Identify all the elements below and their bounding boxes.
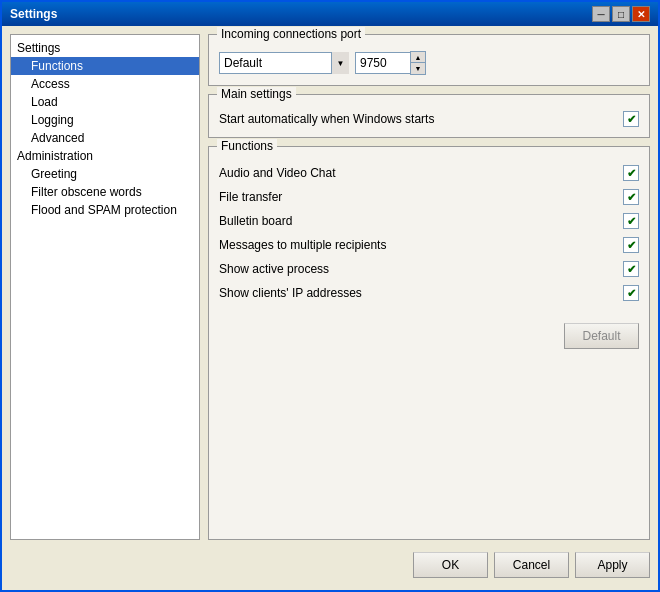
- messages-multiple-label: Messages to multiple recipients: [219, 238, 386, 252]
- window-title: Settings: [10, 7, 57, 21]
- tree-item-filter-obscene[interactable]: Filter obscene words: [11, 183, 199, 201]
- tree-item-flood-spam[interactable]: Flood and SPAM protection: [11, 201, 199, 219]
- tree-item-logging[interactable]: Logging: [11, 111, 199, 129]
- tree-item-load[interactable]: Load: [11, 93, 199, 111]
- port-number-input[interactable]: [355, 52, 410, 74]
- audio-video-label: Audio and Video Chat: [219, 166, 336, 180]
- close-button[interactable]: ✕: [632, 6, 650, 22]
- title-bar-controls: ─ □ ✕: [592, 6, 650, 22]
- default-area: Default: [219, 323, 639, 349]
- window-content: Settings Functions Access Load Logging A…: [2, 26, 658, 590]
- functions-group: Functions Audio and Video Chat File tran…: [208, 146, 650, 540]
- bulletin-board-label: Bulletin board: [219, 214, 292, 228]
- tree-item-access[interactable]: Access: [11, 75, 199, 93]
- default-button[interactable]: Default: [564, 323, 639, 349]
- tree-item-administration-root[interactable]: Administration: [11, 147, 199, 165]
- cancel-button[interactable]: Cancel: [494, 552, 569, 578]
- list-item: Audio and Video Chat: [219, 163, 639, 183]
- tree-item-functions[interactable]: Functions: [11, 57, 199, 75]
- tree-item-advanced[interactable]: Advanced: [11, 129, 199, 147]
- show-ip-label: Show clients' IP addresses: [219, 286, 362, 300]
- functions-list: Audio and Video Chat File transfer Bulle…: [219, 163, 639, 303]
- maximize-button[interactable]: □: [612, 6, 630, 22]
- main-area: Settings Functions Access Load Logging A…: [10, 34, 650, 540]
- minimize-button[interactable]: ─: [592, 6, 610, 22]
- show-ip-checkbox[interactable]: [623, 285, 639, 301]
- content-panel: Incoming connections port Default Custom…: [208, 34, 650, 540]
- messages-multiple-checkbox[interactable]: [623, 237, 639, 253]
- list-item: Messages to multiple recipients: [219, 235, 639, 255]
- main-settings-group: Main settings Start automatically when W…: [208, 94, 650, 138]
- port-select[interactable]: Default Custom: [219, 52, 349, 74]
- audio-video-checkbox[interactable]: [623, 165, 639, 181]
- auto-start-label: Start automatically when Windows starts: [219, 112, 434, 126]
- auto-start-checkbox[interactable]: [623, 111, 639, 127]
- spinner-up-button[interactable]: ▲: [411, 52, 425, 63]
- list-item: Show active process: [219, 259, 639, 279]
- port-select-wrapper: Default Custom ▼: [219, 52, 349, 74]
- main-settings-title: Main settings: [217, 87, 296, 101]
- show-active-checkbox[interactable]: [623, 261, 639, 277]
- file-transfer-label: File transfer: [219, 190, 282, 204]
- port-input-wrapper: ▲ ▼: [355, 51, 426, 75]
- settings-window: Settings ─ □ ✕ Settings Functions Access…: [0, 0, 660, 592]
- bulletin-board-checkbox[interactable]: [623, 213, 639, 229]
- title-bar: Settings ─ □ ✕: [2, 2, 658, 26]
- incoming-port-group: Incoming connections port Default Custom…: [208, 34, 650, 86]
- bottom-buttons: OK Cancel Apply: [10, 548, 650, 582]
- file-transfer-checkbox[interactable]: [623, 189, 639, 205]
- apply-button[interactable]: Apply: [575, 552, 650, 578]
- functions-group-title: Functions: [217, 139, 277, 153]
- tree-item-settings-root[interactable]: Settings: [11, 39, 199, 57]
- tree-item-greeting[interactable]: Greeting: [11, 165, 199, 183]
- ok-button[interactable]: OK: [413, 552, 488, 578]
- port-spinner: ▲ ▼: [410, 51, 426, 75]
- spinner-down-button[interactable]: ▼: [411, 63, 425, 74]
- list-item: Show clients' IP addresses: [219, 283, 639, 303]
- auto-start-row: Start automatically when Windows starts: [219, 111, 639, 127]
- tree-panel: Settings Functions Access Load Logging A…: [10, 34, 200, 540]
- show-active-label: Show active process: [219, 262, 329, 276]
- list-item: File transfer: [219, 187, 639, 207]
- incoming-port-title: Incoming connections port: [217, 27, 365, 41]
- port-row: Default Custom ▼ ▲ ▼: [219, 51, 639, 75]
- list-item: Bulletin board: [219, 211, 639, 231]
